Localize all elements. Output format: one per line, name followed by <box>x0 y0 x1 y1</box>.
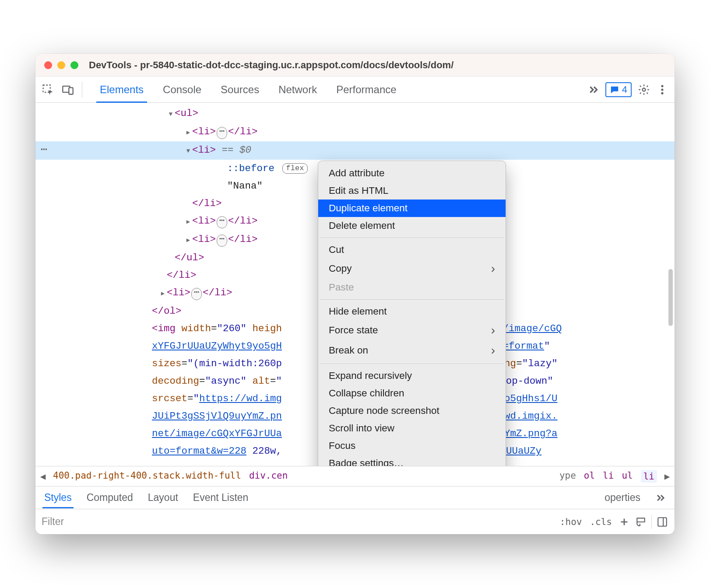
hov-toggle[interactable]: :hov <box>558 517 584 527</box>
devtools-window: DevTools - pr-5840-static-dot-dcc-stagin… <box>35 54 675 534</box>
styles-filter-input[interactable] <box>42 516 554 528</box>
tab-elements[interactable]: Elements <box>90 77 153 102</box>
menu-item[interactable]: Delete element <box>318 217 506 234</box>
computed-panel-toggle-icon[interactable] <box>656 516 668 528</box>
tab-properties[interactable]: operties <box>605 487 640 508</box>
more-tabs-icon[interactable] <box>655 493 666 503</box>
main-toolbar: Elements Console Sources Network Perform… <box>35 77 675 103</box>
svg-point-3 <box>643 88 646 91</box>
chat-icon <box>610 85 619 94</box>
issues-badge[interactable]: 4 <box>605 82 632 97</box>
menu-item[interactable]: Edit as HTML <box>318 182 506 200</box>
dom-node-ul-open[interactable]: <ul> <box>35 105 675 123</box>
menu-separator <box>320 238 504 238</box>
tab-computed[interactable]: Computed <box>87 487 133 508</box>
menu-item-label: Break on <box>329 345 368 356</box>
menu-item[interactable]: Badge settings… <box>318 455 506 466</box>
tab-event-listeners[interactable]: Event Listen <box>193 487 249 508</box>
styles-tabs: Styles Computed Layout Event Listen oper… <box>35 486 675 509</box>
menu-item-label: Delete element <box>329 220 395 231</box>
menu-item[interactable]: Scroll into view <box>318 420 506 437</box>
breadcrumb-item[interactable]: ype <box>559 470 576 483</box>
dom-node-li-selected[interactable]: <li> == $0 <box>35 141 675 160</box>
menu-item-label: Paste <box>329 282 354 293</box>
context-menu: Add attributeEdit as HTMLDuplicate eleme… <box>318 161 506 466</box>
settings-icon[interactable] <box>638 84 650 96</box>
menu-item[interactable]: Add attribute <box>318 164 506 182</box>
menu-item[interactable]: Collapse children <box>318 385 506 402</box>
ellipsis-icon[interactable]: ⋯ <box>217 127 227 139</box>
tab-layout[interactable]: Layout <box>148 487 178 508</box>
menu-item[interactable]: Duplicate element <box>318 200 506 217</box>
kebab-menu-icon[interactable] <box>656 84 668 96</box>
chevron-left-icon[interactable]: ◀ <box>39 471 47 482</box>
menu-item-label: Cut <box>329 244 344 256</box>
svg-point-5 <box>661 88 663 91</box>
issues-count: 4 <box>622 84 627 95</box>
menu-item[interactable]: Focus <box>318 437 506 455</box>
menu-item: Paste <box>318 279 506 296</box>
menu-item[interactable]: Force state <box>318 320 506 340</box>
titlebar: DevTools - pr-5840-static-dot-dcc-stagin… <box>35 54 675 77</box>
separator <box>651 515 652 529</box>
ellipsis-icon[interactable]: ⋯ <box>191 288 202 300</box>
tab-sources[interactable]: Sources <box>211 77 269 102</box>
menu-item-label: Capture node screenshot <box>329 405 439 416</box>
breadcrumb-item[interactable]: div.cen <box>249 470 288 483</box>
tab-performance[interactable]: Performance <box>327 77 406 102</box>
breadcrumb-item[interactable]: li <box>603 470 614 483</box>
svg-point-6 <box>661 92 663 94</box>
tab-styles[interactable]: Styles <box>44 487 72 508</box>
menu-item-label: Expand recursively <box>329 370 412 382</box>
menu-item-label: Force state <box>329 325 378 336</box>
breadcrumb-item-active[interactable]: li <box>641 470 657 483</box>
menu-item-label: Focus <box>329 440 355 452</box>
new-style-rule-icon[interactable] <box>618 516 630 528</box>
menu-item-label: Badge settings… <box>329 458 404 466</box>
svg-point-4 <box>661 85 663 87</box>
maximize-window-button[interactable] <box>70 61 78 69</box>
cls-toggle[interactable]: .cls <box>588 517 614 527</box>
main-tabs: Elements Console Sources Network Perform… <box>90 77 406 102</box>
menu-item-label: Hide element <box>329 306 387 317</box>
styles-filter-row: :hov .cls <box>35 509 675 534</box>
menu-item[interactable]: Cut <box>318 241 506 259</box>
minimize-window-button[interactable] <box>57 61 65 69</box>
menu-item-label: Duplicate element <box>329 203 408 214</box>
breadcrumb-item[interactable]: ol <box>584 470 595 483</box>
close-window-button[interactable] <box>44 61 52 69</box>
menu-item-label: Copy <box>329 263 352 274</box>
separator <box>82 82 82 98</box>
ellipsis-icon[interactable]: ⋯ <box>217 216 227 228</box>
menu-item[interactable]: Copy <box>318 259 506 279</box>
window-controls <box>44 61 78 69</box>
flex-badge[interactable]: flex <box>282 163 308 174</box>
chevron-right-icon[interactable]: ▶ <box>663 471 671 482</box>
menu-item-label: Collapse children <box>329 388 404 399</box>
svg-rect-2 <box>69 88 73 94</box>
elements-panel: <ul> <li>⋯</li> <li> == $0 ::before flex… <box>35 103 675 466</box>
device-toolbar-icon[interactable] <box>62 84 74 96</box>
menu-item[interactable]: Break on <box>318 340 506 360</box>
inspect-element-icon[interactable] <box>42 84 54 96</box>
menu-item-label: Scroll into view <box>329 423 394 434</box>
more-tabs-icon[interactable] <box>588 84 599 95</box>
menu-item[interactable]: Hide element <box>318 303 506 320</box>
ellipsis-icon[interactable]: ⋯ <box>217 234 227 247</box>
menu-item-label: Edit as HTML <box>329 185 388 196</box>
tab-console[interactable]: Console <box>153 77 211 102</box>
dom-node-li-collapsed[interactable]: <li>⋯</li> <box>35 123 675 141</box>
menu-separator <box>320 299 504 300</box>
menu-item-label: Add attribute <box>329 168 385 179</box>
paint-brush-icon[interactable] <box>635 516 647 528</box>
dom-breadcrumbs[interactable]: ◀ 400.pad-right-400.stack.width-full div… <box>35 466 675 486</box>
breadcrumb-item[interactable]: ul <box>622 470 633 483</box>
window-title: DevTools - pr-5840-static-dot-dcc-stagin… <box>89 60 453 71</box>
svg-rect-7 <box>658 518 667 526</box>
toolbar-right: 4 <box>588 82 668 97</box>
menu-item[interactable]: Capture node screenshot <box>318 402 506 420</box>
menu-item[interactable]: Expand recursively <box>318 367 506 385</box>
menu-separator <box>320 364 504 364</box>
vertical-scrollbar[interactable] <box>668 269 673 326</box>
tab-network[interactable]: Network <box>269 77 327 102</box>
